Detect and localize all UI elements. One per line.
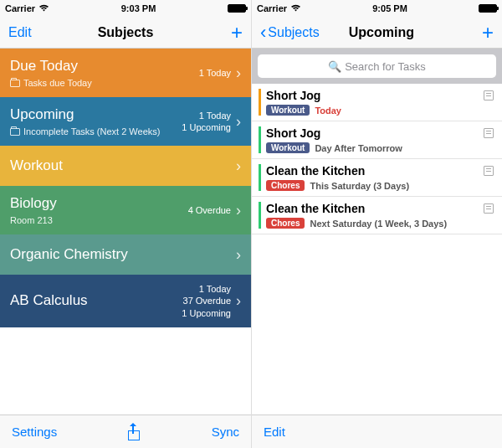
- subject-subtitle: Tasks due Today: [10, 78, 92, 88]
- subject-row[interactable]: Workout›: [0, 146, 251, 186]
- subject-row[interactable]: BiologyRoom 2134 Overdue›: [0, 186, 251, 234]
- chevron-right-icon: ›: [236, 246, 241, 264]
- subject-meta: 4 Overdue: [188, 204, 231, 216]
- task-meta: WorkoutDay After Tomorrow: [266, 142, 480, 153]
- back-button[interactable]: ‹ Subjects: [260, 23, 320, 42]
- nav-bar: ‹ Subjects Upcoming +: [252, 17, 502, 49]
- chevron-right-icon: ›: [236, 64, 241, 82]
- toolbar: Settings Sync: [0, 415, 251, 448]
- subject-title: Workout: [10, 157, 63, 174]
- task-meta: WorkoutToday: [266, 105, 480, 116]
- task-stripe: [259, 89, 261, 116]
- status-bar: Carrier 9:05 PM: [252, 0, 502, 17]
- subject-title: Due Today: [10, 58, 92, 75]
- search-input[interactable]: 🔍 Search for Tasks: [258, 54, 496, 78]
- task-row[interactable]: Short JogWorkoutDay After Tomorrow: [252, 121, 502, 159]
- status-bar: Carrier 9:03 PM: [0, 0, 251, 17]
- task-tag: Workout: [266, 142, 310, 153]
- chevron-left-icon: ‹: [260, 23, 266, 42]
- recurring-icon: [484, 128, 494, 141]
- subject-title: Upcoming: [10, 106, 160, 123]
- subject-subtitle: Incomplete Tasks (Next 2 Weeks): [10, 126, 160, 136]
- folder-icon: [10, 128, 20, 136]
- subject-title: Biology: [10, 195, 57, 212]
- settings-button[interactable]: Settings: [12, 425, 57, 439]
- add-button[interactable]: +: [231, 23, 243, 43]
- subject-row[interactable]: UpcomingIncomplete Tasks (Next 2 Weeks)1…: [0, 97, 251, 146]
- screen-upcoming: Carrier 9:05 PM ‹ Subjects Upcoming +: [251, 0, 502, 448]
- screen-subjects: Carrier 9:03 PM Edit Subjects + Due Toda…: [0, 0, 251, 448]
- recurring-icon: [484, 203, 494, 216]
- task-due: Next Saturday (1 Week, 3 Days): [310, 219, 447, 229]
- edit-button[interactable]: Edit: [264, 425, 285, 439]
- search-bar: 🔍 Search for Tasks: [252, 49, 502, 84]
- search-icon: 🔍: [328, 60, 341, 73]
- battery-icon: [228, 4, 246, 13]
- battery-icon: [479, 4, 497, 13]
- clock: 9:05 PM: [372, 3, 407, 13]
- share-icon[interactable]: [127, 424, 141, 440]
- task-row[interactable]: Short JogWorkoutToday: [252, 84, 502, 121]
- task-title: Short Jog: [266, 89, 480, 102]
- nav-bar: Edit Subjects +: [0, 17, 251, 49]
- task-title: Short Jog: [266, 126, 480, 140]
- add-button[interactable]: +: [482, 23, 494, 43]
- chevron-right-icon: ›: [236, 113, 241, 131]
- chevron-right-icon: ›: [236, 157, 241, 175]
- tasks-list: Short JogWorkoutTodayShort JogWorkoutDay…: [252, 84, 502, 415]
- chevron-right-icon: ›: [236, 202, 241, 219]
- subject-row[interactable]: Organic Chemistry›: [0, 234, 251, 275]
- subject-row[interactable]: Due TodayTasks due Today1 Today›: [0, 49, 251, 97]
- wifi-icon: [290, 3, 301, 13]
- task-meta: ChoresNext Saturday (1 Week, 3 Days): [266, 218, 480, 229]
- task-tag: Workout: [266, 105, 310, 116]
- page-title: Upcoming: [349, 25, 414, 40]
- task-title: Clean the Kitchen: [266, 164, 480, 178]
- subject-subtitle: Room 213: [10, 215, 57, 225]
- task-row[interactable]: Clean the KitchenChoresNext Saturday (1 …: [252, 197, 502, 234]
- subject-meta: 1 Today1 Upcoming: [182, 110, 231, 134]
- chevron-right-icon: ›: [236, 292, 241, 310]
- edit-button[interactable]: Edit: [8, 25, 32, 40]
- subject-row[interactable]: AB Calculus1 Today37 Overdue1 Upcoming›: [0, 275, 251, 327]
- carrier-label: Carrier: [257, 3, 287, 13]
- recurring-icon: [484, 90, 494, 103]
- subject-meta: 1 Today37 Overdue1 Upcoming: [182, 283, 231, 319]
- task-meta: ChoresThis Saturday (3 Days): [266, 180, 480, 191]
- subject-meta: 1 Today: [199, 67, 231, 79]
- folder-icon: [10, 80, 20, 87]
- task-title: Clean the Kitchen: [266, 202, 480, 215]
- subject-title: Organic Chemistry: [10, 246, 128, 263]
- task-tag: Chores: [266, 218, 305, 229]
- task-due: Today: [315, 106, 341, 116]
- task-tag: Chores: [266, 180, 305, 191]
- task-stripe: [259, 126, 261, 153]
- page-title: Subjects: [98, 25, 154, 40]
- subjects-list: Due TodayTasks due Today1 Today›Upcoming…: [0, 49, 251, 415]
- task-row[interactable]: Clean the KitchenChoresThis Saturday (3 …: [252, 159, 502, 197]
- toolbar: Edit: [252, 415, 502, 448]
- search-placeholder: Search for Tasks: [345, 60, 426, 73]
- recurring-icon: [484, 166, 494, 178]
- back-label: Subjects: [268, 25, 319, 40]
- wifi-icon: [38, 3, 49, 13]
- clock: 9:03 PM: [121, 3, 156, 13]
- task-stripe: [259, 202, 261, 229]
- subject-title: AB Calculus: [10, 292, 88, 309]
- sync-button[interactable]: Sync: [212, 425, 239, 439]
- task-due: This Saturday (3 Days): [310, 181, 409, 191]
- task-stripe: [259, 164, 261, 191]
- task-due: Day After Tomorrow: [315, 143, 402, 153]
- carrier-label: Carrier: [5, 3, 35, 13]
